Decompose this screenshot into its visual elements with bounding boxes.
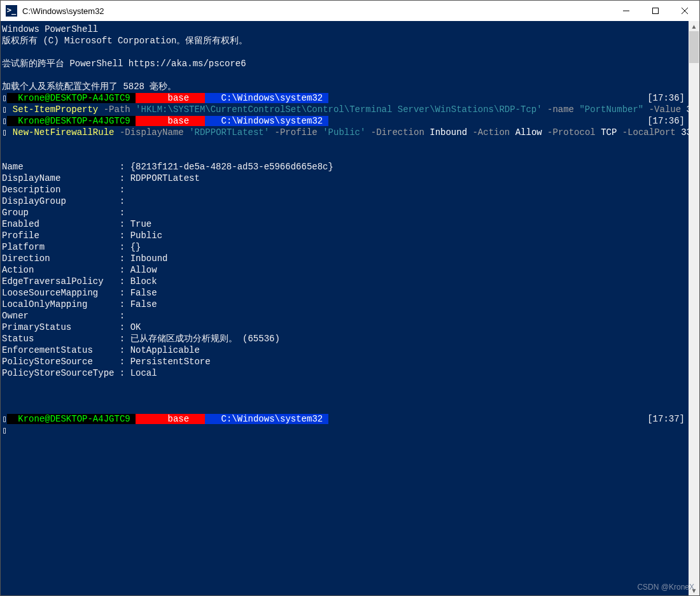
output-line: DisplayGroup : bbox=[2, 195, 687, 207]
output-line: Name : {8213f121-de5a-4828-ad53-e5966d66… bbox=[2, 161, 687, 173]
prompt-env: base bbox=[136, 414, 205, 424]
output-line: Status : 已从存储区成功分析规则。 (65536) bbox=[2, 333, 687, 344]
prompt-time: [17:36] bbox=[647, 92, 687, 104]
prompt-time: [17:36] bbox=[647, 115, 687, 127]
terminal-wrap: Windows PowerShell版权所有 (C) Microsoft Cor… bbox=[1, 21, 699, 595]
close-button[interactable] bbox=[670, 1, 699, 21]
svg-rect-1 bbox=[653, 8, 659, 14]
prompt-user: Krone@DESKTOP-A4JGTC9 bbox=[7, 414, 136, 424]
header-line: Windows PowerShell bbox=[2, 24, 687, 35]
output-line: PolicyStoreSource : PersistentStore bbox=[2, 356, 687, 367]
powershell-icon: >_ bbox=[6, 5, 17, 17]
prompt-time: [17:37] bbox=[647, 413, 687, 425]
titlebar[interactable]: >_ C:\Windows\system32 bbox=[1, 1, 699, 21]
output-line: Action : Allow bbox=[2, 264, 687, 276]
output-line: Platform : {} bbox=[2, 241, 687, 253]
output-line: DisplayName : RDPPORTLatest bbox=[2, 173, 687, 184]
prompt-user: Krone@DESKTOP-A4JGTC9 bbox=[7, 93, 136, 103]
output-line: Profile : Public bbox=[2, 230, 687, 241]
cursor-line: ▯ bbox=[2, 425, 687, 436]
terminal[interactable]: Windows PowerShell版权所有 (C) Microsoft Cor… bbox=[1, 21, 689, 595]
prompt-path: C:\Windows\system32 bbox=[205, 414, 328, 424]
prompt-row: ▯ Krone@DESKTOP-A4JGTC9 base C:\Windows\… bbox=[2, 115, 687, 127]
output-line: Enabled : True bbox=[2, 218, 687, 230]
output-line: Direction : Inbound bbox=[2, 253, 687, 264]
output-line: PolicyStoreSourceType : Local bbox=[2, 367, 687, 379]
powershell-window: >_ C:\Windows\system32 Windows PowerShel… bbox=[0, 0, 700, 596]
scroll-up-icon[interactable]: ▲ bbox=[689, 21, 699, 31]
prompt-user: Krone@DESKTOP-A4JGTC9 bbox=[7, 116, 136, 126]
prompt-env: base bbox=[136, 93, 205, 103]
output-line: PrimaryStatus : OK bbox=[2, 322, 687, 333]
command-line: ▯ New-NetFirewallRule -DisplayName 'RDPP… bbox=[2, 127, 687, 138]
minimize-button[interactable] bbox=[612, 1, 641, 21]
prompt-env: base bbox=[136, 116, 205, 126]
window-title: C:\Windows\system32 bbox=[22, 6, 104, 16]
maximize-button[interactable] bbox=[641, 1, 670, 21]
header-line: 尝试新的跨平台 PowerShell https://aka.ms/pscore… bbox=[2, 58, 687, 69]
command-line: ▯ Set-ItemProperty -Path 'HKLM:\SYSTEM\C… bbox=[2, 104, 687, 115]
header-line: 加载个人及系统配置文件用了 5828 毫秒。 bbox=[2, 81, 687, 92]
output-line: EdgeTraversalPolicy : Block bbox=[2, 276, 687, 287]
output-line: LooseSourceMapping : False bbox=[2, 287, 687, 299]
scroll-thumb[interactable] bbox=[689, 31, 699, 63]
output-line: Description : bbox=[2, 184, 687, 195]
watermark: CSDN @KroneX bbox=[637, 583, 694, 592]
output-block: Name : {8213f121-de5a-4828-ad53-e5966d66… bbox=[2, 161, 687, 379]
prompt-path: C:\Windows\system32 bbox=[205, 116, 328, 126]
output-line: LocalOnlyMapping : False bbox=[2, 299, 687, 310]
output-line: Group : bbox=[2, 207, 687, 218]
prompt-row: ▯ Krone@DESKTOP-A4JGTC9 base C:\Windows\… bbox=[2, 92, 687, 104]
output-line: Owner : bbox=[2, 310, 687, 322]
scrollbar[interactable]: ▲ ▼ bbox=[689, 21, 699, 595]
output-line: EnforcementStatus : NotApplicable bbox=[2, 344, 687, 356]
prompt-path: C:\Windows\system32 bbox=[205, 93, 328, 103]
prompt-row: ▯ Krone@DESKTOP-A4JGTC9 base C:\Windows\… bbox=[2, 413, 687, 425]
header-line: 版权所有 (C) Microsoft Corporation。保留所有权利。 bbox=[2, 35, 687, 46]
